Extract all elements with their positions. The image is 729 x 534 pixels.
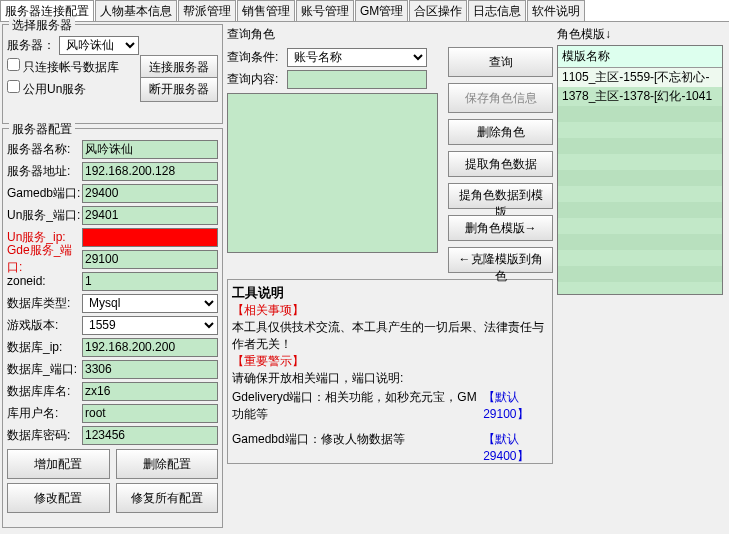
cfg-input-5[interactable] (82, 250, 218, 269)
template-item-1[interactable]: 1378_主区-1378-[幻化-1041 (558, 87, 722, 106)
query-title: 查询角色 (227, 26, 553, 43)
cfg-label-13: 数据库密码: (7, 427, 82, 444)
add-config-button[interactable]: 增加配置 (7, 449, 110, 479)
query-content-input[interactable] (287, 70, 427, 89)
tab-8[interactable]: 软件说明 (527, 0, 585, 21)
query-result-area (227, 93, 438, 253)
cfg-input-2[interactable] (82, 184, 218, 203)
query-btn-5[interactable]: 删角色模版→ (448, 215, 553, 241)
mod-config-button[interactable]: 修改配置 (7, 483, 110, 513)
cfg-label-8: 游戏版本: (7, 317, 82, 334)
query-btn-3[interactable]: 提取角色数据 (448, 151, 553, 177)
tab-1[interactable]: 人物基本信息 (95, 0, 177, 21)
query-btn-6[interactable]: ←克隆模版到角色 (448, 247, 553, 273)
only-account-db-check[interactable]: 只连接帐号数据库 (7, 58, 119, 76)
public-un-check[interactable]: 公用Un服务 (7, 80, 86, 98)
tools-warn: 【重要警示】 (232, 353, 548, 370)
cfg-label-0: 服务器名称: (7, 141, 82, 158)
tab-7[interactable]: 日志信息 (468, 0, 526, 21)
server-select[interactable]: 风吟诛仙 (59, 36, 139, 55)
cfg-input-4[interactable] (82, 228, 218, 247)
cfg-label-2: Gamedb端口: (7, 185, 82, 202)
tab-4[interactable]: 账号管理 (296, 0, 354, 21)
tab-2[interactable]: 帮派管理 (178, 0, 236, 21)
template-header: 模版名称 (558, 46, 722, 68)
cfg-input-13[interactable] (82, 426, 218, 445)
select-server-title: 选择服务器 (9, 17, 75, 34)
templates-title: 角色模版↓ (557, 26, 723, 43)
server-config-title: 服务器配置 (9, 121, 75, 138)
disconnect-server-button[interactable]: 断开服务器 (140, 77, 218, 102)
query-btn-1[interactable]: 保存角色信息 (448, 83, 553, 113)
cfg-label-3: Un服务_端口: (7, 207, 82, 224)
tab-5[interactable]: GM管理 (355, 0, 408, 21)
cfg-input-11[interactable] (82, 382, 218, 401)
tools-title: 工具说明 (232, 284, 548, 302)
cfg-label-10: 数据库_端口: (7, 361, 82, 378)
cfg-input-10[interactable] (82, 360, 218, 379)
query-btn-4[interactable]: 提角色数据到模版 (448, 183, 553, 209)
tools-line2: 请确保开放相关端口，端口说明: (232, 370, 548, 387)
del-config-button[interactable]: 删除配置 (116, 449, 219, 479)
tools-notes: 【相关事项】 (232, 302, 548, 319)
query-btn-2[interactable]: 删除角色 (448, 119, 553, 145)
cfg-select-7[interactable]: Mysql (82, 294, 218, 313)
tab-6[interactable]: 合区操作 (409, 0, 467, 21)
template-item-0[interactable]: 1105_主区-1559-[不忘初心- (558, 68, 722, 87)
query-cond-label: 查询条件: (227, 49, 287, 66)
cfg-input-0[interactable] (82, 140, 218, 159)
cfg-label-11: 数据库库名: (7, 383, 82, 400)
template-list[interactable]: 模版名称 1105_主区-1559-[不忘初心-1378_主区-1378-[幻化… (557, 45, 723, 295)
query-cond-select[interactable]: 账号名称 (287, 48, 427, 67)
server-label: 服务器： (7, 37, 59, 54)
cfg-label-6: zoneid: (7, 274, 82, 288)
fix-config-button[interactable]: 修复所有配置 (116, 483, 219, 513)
cfg-select-8[interactable]: 1559 (82, 316, 218, 335)
cfg-label-12: 库用户名: (7, 405, 82, 422)
cfg-input-9[interactable] (82, 338, 218, 357)
cfg-label-7: 数据库类型: (7, 295, 82, 312)
query-btn-0[interactable]: 查询 (448, 47, 553, 77)
cfg-input-6[interactable] (82, 272, 218, 291)
cfg-input-12[interactable] (82, 404, 218, 423)
cfg-label-1: 服务器地址: (7, 163, 82, 180)
query-content-label: 查询内容: (227, 71, 287, 88)
cfg-input-1[interactable] (82, 162, 218, 181)
tab-3[interactable]: 销售管理 (237, 0, 295, 21)
cfg-label-9: 数据库_ip: (7, 339, 82, 356)
cfg-label-5: Gde服务_端口: (7, 242, 82, 276)
tools-line1: 本工具仅供技术交流、本工具产生的一切后果、法律责任与作者无关！ (232, 319, 548, 353)
cfg-input-3[interactable] (82, 206, 218, 225)
